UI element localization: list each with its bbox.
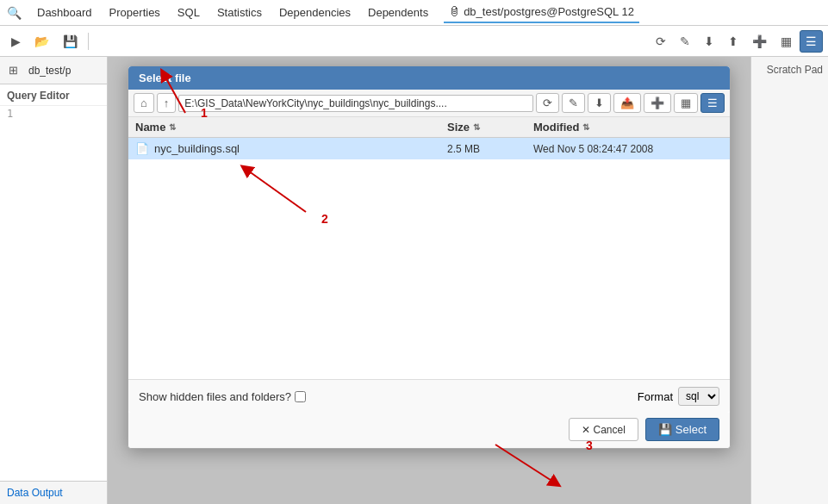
list-view-button[interactable]: ☰ bbox=[800, 30, 823, 53]
move-button[interactable]: 📤 bbox=[613, 93, 641, 113]
file-path-bar: E:\GIS_Data\NewYorkCity\nyc_buildings\ny… bbox=[178, 95, 533, 112]
file-list: 📄 nyc_buildings.sql 2.5 MB Wed Nov 5 08:… bbox=[128, 138, 730, 379]
dialog-actions: ✕ Cancel 💾 Select bbox=[128, 413, 730, 448]
execute-button[interactable]: ▶ bbox=[5, 30, 27, 53]
open-file-button[interactable]: 📂 bbox=[28, 30, 55, 53]
toolbar-separator-1 bbox=[88, 33, 89, 50]
data-output-label[interactable]: Data Output bbox=[0, 482, 107, 504]
col-modified-header[interactable]: Modified ⇅ bbox=[533, 121, 723, 134]
menu-properties[interactable]: Properties bbox=[108, 3, 162, 22]
modified-sort-icon: ⇅ bbox=[582, 122, 589, 132]
list-view-file-button[interactable]: ☰ bbox=[700, 93, 725, 113]
scratch-pad-label: Scratch Pad bbox=[762, 57, 828, 83]
data-output-tab[interactable]: Data Output bbox=[0, 481, 107, 504]
dialog-title-bar: Select file bbox=[128, 66, 730, 90]
reload-button[interactable]: ⟳ bbox=[536, 93, 559, 113]
grid-view-button[interactable]: ▦ bbox=[775, 30, 798, 53]
sidebar-toggle-btn[interactable]: ⊞ bbox=[3, 60, 23, 80]
format-select[interactable]: sql csv txt bbox=[678, 387, 719, 406]
hidden-files-checkbox[interactable] bbox=[295, 391, 306, 402]
rename-button[interactable]: ✎ bbox=[562, 93, 585, 113]
toolbar: ▶ 📂 💾 ⟳ ✎ ⬇ ⬆ ➕ ▦ ☰ bbox=[0, 26, 828, 57]
file-list-header: Name ⇅ Size ⇅ Modified ⇅ bbox=[128, 117, 730, 138]
file-name: nyc_buildings.sql bbox=[154, 142, 240, 155]
menu-statistics[interactable]: Statistics bbox=[215, 3, 264, 22]
query-editor-label: Query Editor bbox=[0, 84, 107, 106]
main-layout: ⊞ db_test/p Query Editor 1 Data Output S… bbox=[0, 57, 828, 504]
menu-dependencies[interactable]: Dependencies bbox=[277, 3, 352, 22]
db-icon: 🛢 bbox=[449, 5, 460, 18]
add-button[interactable]: ➕ bbox=[746, 30, 773, 53]
hidden-files-label[interactable]: Show hidden files and folders? bbox=[139, 390, 306, 403]
menu-dependents[interactable]: Dependents bbox=[366, 3, 430, 22]
format-section: Format sql csv txt bbox=[638, 387, 719, 406]
new-folder-button[interactable]: ➕ bbox=[644, 93, 671, 113]
left-sidebar: ⊞ db_test/p Query Editor 1 Data Output bbox=[0, 57, 108, 504]
sidebar-icon-bar: ⊞ db_test/p bbox=[0, 57, 107, 84]
menu-bar: 🔍 Dashboard Properties SQL Statistics De… bbox=[0, 0, 828, 26]
content-area: Select file ⌂ ↑ E:\GIS_Data\NewYorkCity\… bbox=[108, 57, 750, 504]
home-button[interactable]: ⌂ bbox=[134, 93, 154, 113]
grid-view-file-button[interactable]: ▦ bbox=[674, 93, 698, 113]
dialog-bottom: Show hidden files and folders? Format sq… bbox=[128, 379, 730, 413]
search-icon[interactable]: 🔍 bbox=[7, 6, 22, 20]
menu-dashboard[interactable]: Dashboard bbox=[35, 3, 94, 22]
name-sort-icon: ⇅ bbox=[169, 122, 176, 132]
sidebar-db-label: db_test/p bbox=[25, 63, 74, 78]
download-button[interactable]: ⬇ bbox=[698, 30, 720, 53]
up-button[interactable]: ↑ bbox=[157, 93, 177, 113]
refresh-button[interactable]: ⟳ bbox=[650, 30, 672, 53]
cancel-button[interactable]: ✕ Cancel bbox=[569, 418, 638, 441]
col-name-header[interactable]: Name ⇅ bbox=[135, 121, 447, 134]
file-toolbar: ⌂ ↑ E:\GIS_Data\NewYorkCity\nyc_building… bbox=[128, 90, 730, 117]
dialog-title: Select file bbox=[139, 72, 191, 84]
select-icon: 💾 bbox=[658, 423, 672, 436]
upload-file-button[interactable]: ⬇ bbox=[588, 93, 611, 113]
active-db-tab[interactable]: 🛢 db_test/postgres@PostgreSQL 12 bbox=[444, 2, 639, 23]
file-size: 2.5 MB bbox=[447, 143, 533, 155]
file-modified: Wed Nov 5 08:24:47 2008 bbox=[533, 143, 723, 155]
format-label: Format bbox=[638, 390, 673, 403]
file-name-cell: 📄 nyc_buildings.sql bbox=[135, 142, 447, 155]
file-icon: 📄 bbox=[135, 142, 149, 155]
menu-sql[interactable]: SQL bbox=[176, 3, 202, 22]
select-label: Select bbox=[675, 423, 707, 436]
select-file-dialog: Select file ⌂ ↑ E:\GIS_Data\NewYorkCity\… bbox=[128, 65, 731, 449]
col-size-header[interactable]: Size ⇅ bbox=[447, 121, 533, 134]
select-button[interactable]: 💾 Select bbox=[645, 418, 719, 441]
modal-overlay: Select file ⌂ ↑ E:\GIS_Data\NewYorkCity\… bbox=[108, 57, 750, 504]
file-row[interactable]: 📄 nyc_buildings.sql 2.5 MB Wed Nov 5 08:… bbox=[128, 138, 730, 159]
save-button[interactable]: 💾 bbox=[57, 30, 84, 53]
size-sort-icon: ⇅ bbox=[473, 122, 480, 132]
line-number: 1 bbox=[0, 106, 107, 121]
right-sidebar: Scratch Pad bbox=[750, 57, 828, 504]
edit-button[interactable]: ✎ bbox=[674, 30, 696, 53]
upload-button[interactable]: ⬆ bbox=[722, 30, 744, 53]
